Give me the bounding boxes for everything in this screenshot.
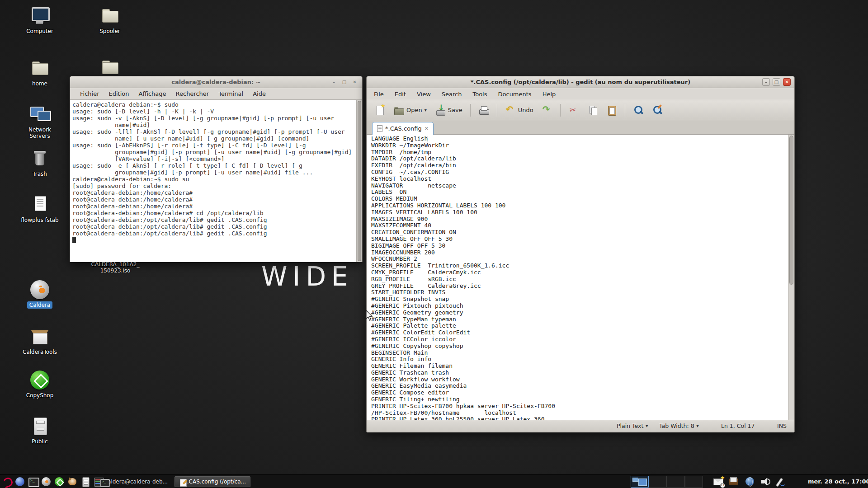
browser-icon[interactable] [15,477,25,487]
desktop-icon-network-servers[interactable]: Network Servers [18,105,61,140]
close-icon[interactable]: ✕ [351,78,359,86]
terminal-titlebar[interactable]: caldera@caldera-debian: ~ – □ ✕ [70,76,362,88]
caldera-orb-icon [29,280,50,299]
desktop-icon-trash[interactable]: Trash [18,149,61,178]
menu-affichage[interactable]: Affichage [138,89,166,99]
cabinet-icon [29,417,50,436]
undo-button[interactable]: Undo [503,103,536,117]
desktop-icon-home[interactable]: home [18,59,61,87]
fox-app-icon[interactable] [67,477,77,487]
network-globe-icon[interactable] [745,477,755,487]
open-button[interactable]: Open ▾ [391,103,429,117]
print-button[interactable] [476,103,491,117]
desktop-icon-label: CalderaTools [20,348,59,356]
editor-line: WORKDIR ~/ImageWorkDir [371,142,555,149]
trash-icon [29,149,50,168]
editor-line: DATADIR /opt/caldera/lib [371,155,555,162]
maximize-icon[interactable]: □ [340,78,348,86]
file-manager-icon[interactable] [80,477,90,487]
desktop: WIDE FOR Computer Spooler home Network S… [0,0,868,488]
caldera-launcher-icon[interactable] [41,477,51,487]
gedit-scrollbar[interactable] [788,135,794,420]
save-label: Save [448,107,462,113]
print-queue-icon[interactable] [729,477,739,487]
workspace-4[interactable] [685,476,703,488]
workspace-2[interactable] [649,476,667,488]
debian-menu-icon[interactable] [2,477,12,487]
search-icon [633,105,644,116]
gedit-text-area[interactable]: LANGUAGE EnglishWORKDIR ~/ImageWorkDirTM… [367,135,794,420]
desktop-icon-copyshop[interactable]: CopyShop [18,371,61,399]
tablet-stylus-icon[interactable] [777,477,787,487]
desktop-icon-caldera[interactable]: Caldera [18,280,61,309]
network-icon [29,105,50,124]
mail-notification-icon[interactable]: ★ 11 [713,477,723,487]
menu-documents[interactable]: Documents [498,89,532,99]
scrollbar-thumb[interactable] [358,101,361,261]
menu-search[interactable]: Search [442,89,462,99]
paste-button[interactable] [604,103,619,117]
editor-line: #GENERIC Pixtouch pixtouch [371,303,555,310]
terminal-line: usage: sudo -v [-AknS] [-D level] [-g gr… [72,115,352,122]
close-icon[interactable]: ✕ [783,78,791,86]
menu-help[interactable]: Help [542,89,556,99]
taskbar-button-gedit[interactable]: *.CAS.config (/opt/ca... [175,476,250,487]
menu-tools[interactable]: Tools [472,89,487,99]
terminal-title: caldera@caldera-debian: ~ [70,79,362,85]
find-button[interactable] [631,103,646,117]
desktop-icon-flowplus-fstab[interactable]: flowplus fstab [18,195,61,224]
gedit-titlebar[interactable]: *.CAS.config (/opt/caldera/lib) - gedit … [367,76,794,88]
workspace-1[interactable] [631,476,649,488]
tab-close-icon[interactable]: ✕ [425,126,429,131]
desktop-icon-computer[interactable]: Computer [18,6,61,35]
menu-rechercher[interactable]: Rechercher [176,89,209,99]
scrollbar-thumb[interactable] [789,136,793,285]
terminal-scrollbar[interactable] [356,100,362,262]
terminal-launcher-icon[interactable] [28,477,38,487]
cut-button[interactable] [566,103,581,117]
taskbar-clock[interactable]: mer. 28 oct., 17:00 [808,478,868,485]
desktop-icon-folder[interactable] [88,58,132,77]
desktop-icon-calderatools[interactable]: CalderaTools [18,327,61,356]
menu-aide[interactable]: Aide [253,89,266,99]
menu-view[interactable]: View [417,89,431,99]
terminal-line: [sudo] password for caldera: [72,183,352,189]
tab-width-selector[interactable]: Tab Width: 8 ▾ [659,422,699,429]
open-folder-icon [393,105,404,116]
editor-line: NAVIGATOR netscape [371,183,555,189]
menu-file[interactable]: File [374,89,384,99]
editor-lines: LANGUAGE EnglishWORKDIR ~/ImageWorkDirTM… [371,136,555,420]
copy-button[interactable] [585,103,600,117]
taskbar-button-label: *.CAS.config (/opt/ca... [184,479,246,485]
editor-line: CONFIG ~/.cas/.CONFIG [371,169,555,176]
editor-line: IMAGES VERTICAL LABELS 100 100 [371,209,555,216]
terminal-output[interactable]: caldera@caldera-debian:~$ sudousage: sud… [70,100,362,262]
terminal-block-cursor [72,237,76,243]
terminal-line: groupname|#gid] [-p prompt] [-u user nam… [72,169,352,176]
new-document-button[interactable] [372,103,387,117]
menu-fichier[interactable]: Fichier [80,89,99,99]
language-selector[interactable]: Plain Text ▾ [617,422,648,429]
editor-line: #GENERIC Snapshot snap [371,296,555,303]
menu-terminal[interactable]: Terminal [218,89,243,99]
save-button[interactable]: Save [433,103,465,117]
desktop-icon-public[interactable]: Public [18,417,61,445]
minimize-icon[interactable]: – [762,78,770,86]
menu-edition[interactable]: Édition [109,89,129,99]
workspace-3[interactable] [667,476,685,488]
editor-line: GENERIC Workflow workflow [371,376,555,383]
maximize-icon[interactable]: □ [773,78,780,86]
gedit-toolbar: Open ▾ Save Undo [367,100,794,120]
minimize-icon[interactable]: – [330,78,338,86]
replace-button[interactable] [650,103,665,117]
tab-cas-config[interactable]: *.CAS.config ✕ [372,122,434,135]
editor-line: START_HOTFOLDER INVIS [371,289,555,296]
redo-button[interactable] [539,103,555,117]
iso-file-label[interactable]: CALDERA_101A2_ 150923.iso [84,261,147,274]
menu-edit[interactable]: Edit [395,89,406,99]
desktop-icon-spooler[interactable]: Spooler [88,6,132,35]
terminal-line: root@caldera-debian:/opt/caldera/lib# ge… [72,230,352,237]
copyshop-launcher-icon[interactable] [54,477,64,487]
taskbar-button-terminal[interactable]: caldera@caldera-deb... [96,476,172,487]
volume-icon[interactable] [761,477,771,487]
